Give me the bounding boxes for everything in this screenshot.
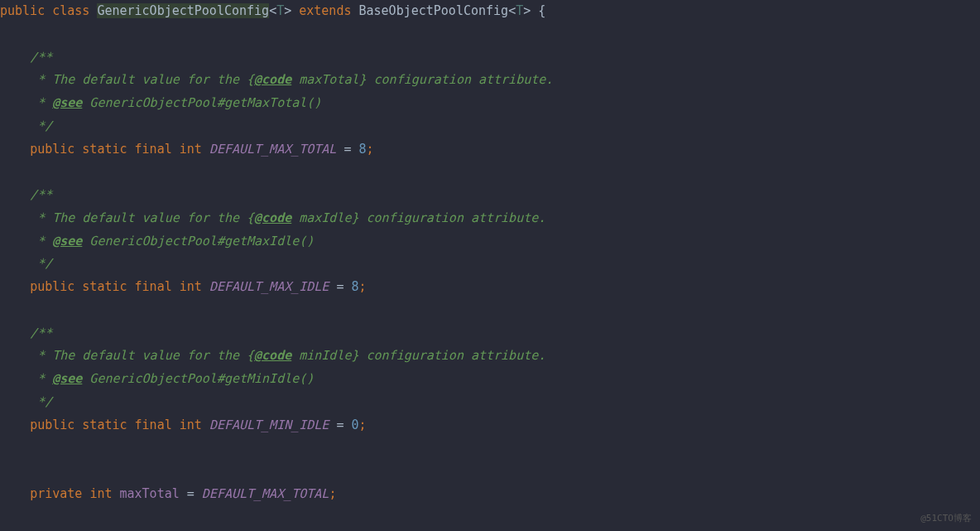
constant-reference: DEFAULT_MAX_TOTAL bbox=[202, 486, 329, 501]
javadoc-reference: GenericObjectPool#getMinIdle() bbox=[82, 371, 314, 386]
blank-line bbox=[0, 460, 980, 483]
generic-open: < bbox=[508, 3, 516, 18]
number-literal: 8 bbox=[359, 142, 367, 157]
generic-type: T bbox=[276, 3, 284, 18]
code-editor[interactable]: public class GenericObjectPoolConfig<T> … bbox=[0, 0, 980, 506]
generic-type: T bbox=[516, 3, 523, 18]
keyword-class: class bbox=[52, 3, 89, 18]
javadoc-see-tag: @see bbox=[52, 95, 82, 110]
blank-line bbox=[0, 299, 980, 322]
watermark: @51CTO博客 bbox=[920, 510, 972, 527]
keyword-public: public bbox=[0, 3, 45, 18]
javadoc-desc: * The default value for the {@code maxTo… bbox=[0, 69, 980, 92]
blank-line bbox=[0, 161, 980, 184]
field-name: maxTotal bbox=[120, 486, 180, 501]
javadoc-close: */ bbox=[0, 115, 980, 138]
generic-close: > bbox=[284, 3, 291, 18]
javadoc-see-tag: @see bbox=[52, 234, 82, 249]
generic-close: > bbox=[523, 3, 531, 18]
blank-line bbox=[0, 23, 980, 46]
javadoc-see-tag: @see bbox=[52, 371, 82, 386]
class-declaration-name: GenericObjectPoolConfig bbox=[97, 3, 269, 18]
javadoc-see: * @see GenericObjectPool#getMaxIdle() bbox=[0, 230, 980, 253]
brace-open: { bbox=[538, 3, 545, 18]
constant-name: DEFAULT_MAX_IDLE bbox=[209, 279, 329, 294]
javadoc-open: /** bbox=[0, 322, 980, 345]
generic-open: < bbox=[269, 3, 276, 18]
javadoc-desc: * The default value for the {@code minId… bbox=[0, 345, 980, 368]
constant-name: DEFAULT_MIN_IDLE bbox=[209, 418, 329, 432]
javadoc-close: */ bbox=[0, 391, 980, 414]
javadoc-reference: GenericObjectPool#getMaxIdle() bbox=[82, 234, 314, 249]
javadoc-reference: GenericObjectPool#getMaxTotal() bbox=[82, 95, 321, 110]
javadoc-see: * @see GenericObjectPool#getMinIdle() bbox=[0, 368, 980, 391]
blank-line bbox=[0, 437, 980, 460]
field-declaration: public static final int DEFAULT_MAX_TOTA… bbox=[0, 138, 980, 162]
javadoc-close: */ bbox=[0, 253, 980, 276]
code-line: public class GenericObjectPoolConfig<T> … bbox=[0, 0, 980, 23]
constant-name: DEFAULT_MAX_TOTAL bbox=[209, 142, 337, 157]
javadoc-see: * @see GenericObjectPool#getMaxTotal() bbox=[0, 92, 980, 115]
field-declaration: public static final int DEFAULT_MAX_IDLE… bbox=[0, 276, 980, 299]
javadoc-code-tag: @code bbox=[254, 210, 291, 225]
javadoc-desc: * The default value for the {@code maxId… bbox=[0, 207, 980, 230]
number-literal: 8 bbox=[351, 279, 358, 294]
javadoc-code-tag: @code bbox=[254, 348, 291, 363]
parent-class-name: BaseObjectPoolConfig bbox=[359, 3, 509, 18]
field-declaration: private int maxTotal = DEFAULT_MAX_TOTAL… bbox=[0, 483, 980, 506]
javadoc-open: /** bbox=[0, 46, 980, 70]
number-literal: 0 bbox=[351, 418, 358, 432]
field-declaration: public static final int DEFAULT_MIN_IDLE… bbox=[0, 414, 980, 437]
keyword-extends: extends bbox=[299, 3, 351, 18]
javadoc-code-tag: @code bbox=[254, 72, 291, 87]
javadoc-open: /** bbox=[0, 184, 980, 207]
